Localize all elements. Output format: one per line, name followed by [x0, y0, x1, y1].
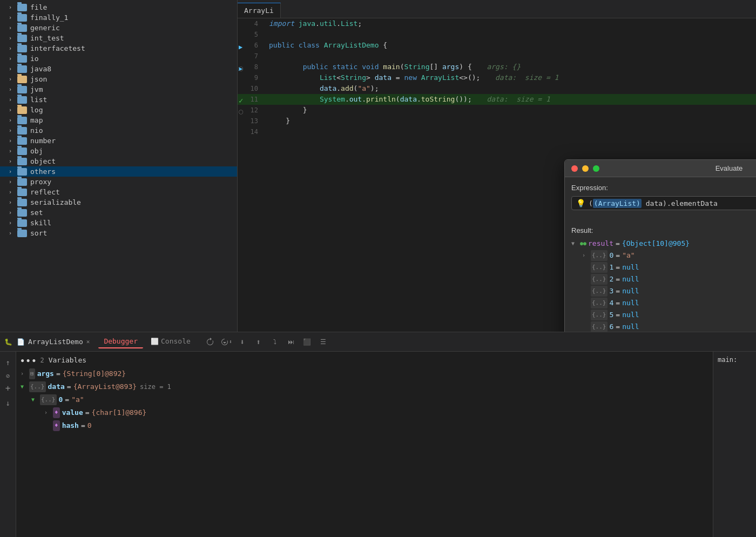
var-val-data: {ArrayList@893} [73, 381, 137, 392]
step-into-button[interactable]: ⬇ [235, 334, 250, 350]
chevron-icon: › [9, 220, 17, 226]
sidebar-item-serializable[interactable]: › serializable [0, 197, 237, 207]
chevron-icon: › [9, 107, 17, 113]
brace-icon: {..} [591, 274, 608, 285]
tab-console[interactable]: ⬜ Console [145, 335, 196, 348]
result-equals: = [616, 238, 620, 249]
line-gutter-14: 14 [238, 126, 265, 137]
editor-tab-bar: ArrayLi [238, 0, 756, 18]
maximize-button[interactable] [593, 165, 599, 172]
chevron-icon: › [9, 117, 17, 123]
breakpoint-8[interactable]: ○ [239, 63, 243, 73]
code-line-7: 7 [238, 51, 756, 62]
thread-header: ● ● ● 2 Variables [21, 356, 708, 364]
folder-icon [17, 55, 27, 63]
sidebar-item-sort[interactable]: › sort [0, 228, 237, 238]
sidebar-item-skill[interactable]: › skill [0, 218, 237, 228]
sidebar-item-json[interactable]: › json [0, 74, 237, 84]
folder-icon [17, 86, 27, 93]
chevron-icon: › [9, 189, 17, 195]
code-line-13: 13 } [238, 116, 756, 126]
line-gutter-7: 7 [238, 51, 265, 62]
evaluate-button[interactable]: ⬛ [300, 334, 315, 350]
sidebar-item-set[interactable]: › set [0, 207, 237, 218]
step-over-button[interactable]: ⬇ [219, 334, 234, 350]
result-val-6: null [622, 321, 639, 332]
folder-icon [17, 147, 27, 155]
line-gutter-11: ✓ 11 [238, 94, 265, 105]
close-button[interactable] [571, 165, 578, 172]
tag-icon-value: ♦ [53, 407, 60, 418]
bottom-panel-inner: ↑ ⊘ + ↓ ● ● ● 2 Variables › ⊞ args = {S [0, 352, 756, 537]
nav-up-button[interactable]: ↑ [3, 356, 12, 369]
sidebar-item-generic[interactable]: › generic [0, 23, 237, 33]
sidebar-item-label: skill [30, 219, 51, 227]
run-to-cursor-button[interactable]: ⤵ [267, 334, 282, 350]
sidebar-item-map[interactable]: › map [0, 115, 237, 125]
restart-button[interactable] [202, 334, 218, 350]
type-icon-data: {..} [29, 381, 46, 392]
chevron-right-icon[interactable]: › [582, 250, 591, 261]
sidebar-item-label: sort [30, 229, 47, 237]
result-row-6: {..} 6 = null [571, 321, 756, 332]
expression-input[interactable]: ((ArrayList) data).elementData [589, 199, 756, 207]
settings-button[interactable]: ☰ [316, 334, 331, 350]
sidebar-item-list[interactable]: › list [0, 95, 237, 105]
debug-tab-close[interactable]: ✕ [86, 338, 90, 345]
tab-debugger[interactable]: Debugger [98, 335, 143, 348]
sidebar-item-log[interactable]: › log [0, 105, 237, 115]
chevron-right-icon[interactable]: › [21, 368, 29, 379]
sidebar-item-interfacetest[interactable]: › interfacetest [0, 43, 237, 53]
folder-icon [17, 35, 27, 42]
sidebar-item-label: jvm [30, 85, 43, 93]
skip-button[interactable]: ⏭ [284, 334, 299, 350]
chevron-icon: › [9, 97, 17, 103]
chevron-right-icon[interactable]: › [44, 407, 53, 418]
debug-tab-title: 📄 ArrayListDemo ✕ [17, 338, 90, 346]
step-out-button[interactable]: ⬆ [251, 334, 266, 350]
result-val-5: null [622, 310, 639, 320]
sidebar-item-proxy[interactable]: › proxy [0, 177, 237, 187]
evaluate-header: Evaluate [565, 160, 756, 177]
chevron-icon: › [9, 86, 17, 92]
sidebar-item-object[interactable]: › object [0, 156, 237, 166]
sidebar-item-others[interactable]: › others [0, 166, 237, 177]
line-content-13: } [265, 116, 756, 126]
editor-tab-arraylistdemo[interactable]: ArrayLi [238, 3, 281, 18]
folder-icon [17, 127, 27, 135]
sidebar-item-label: number [30, 137, 56, 145]
sidebar-item-number[interactable]: › number [0, 136, 237, 146]
nav-down-button[interactable]: ↓ [3, 397, 12, 410]
chevron-down-icon[interactable]: ▼ [31, 394, 40, 405]
filter-button[interactable]: ⊘ [4, 371, 12, 381]
result-row-3: {..} 3 = null [571, 285, 756, 297]
folder-icon [17, 117, 27, 124]
sidebar-item-finally1[interactable]: › finally_1 [0, 12, 237, 23]
minimize-button[interactable] [582, 165, 589, 172]
folder-icon [17, 76, 27, 83]
code-line-8: ▶ ○ 8 public static void main(String[] a… [238, 62, 756, 72]
chevron-icon: › [9, 25, 17, 31]
sidebar-item-obj[interactable]: › obj [0, 146, 237, 156]
bottom-panel: 🐛 📄 ArrayListDemo ✕ Debugger ⬜ Console ⬇… [0, 332, 756, 537]
sidebar-item-java8[interactable]: › java8 [0, 64, 237, 74]
debug-icon: 🐛 [4, 338, 12, 346]
breakpoint-11[interactable]: ✓ [239, 95, 243, 106]
var-name-value: value [62, 407, 83, 418]
sidebar-item-jvm[interactable]: › jvm [0, 84, 237, 95]
sidebar-item-nio[interactable]: › nio [0, 125, 237, 136]
add-variable-button[interactable]: + [3, 382, 13, 394]
sidebar-item-reflect[interactable]: › reflect [0, 187, 237, 197]
debug-toolbar: ⬇ ⬇ ⬆ ⤵ ⏭ ⬛ ☰ [202, 334, 331, 350]
debug-tab-name: ArrayListDemo [28, 338, 83, 346]
breakpoint-12[interactable]: ○ [239, 106, 243, 117]
sidebar-item-int-test[interactable]: › int_test [0, 33, 237, 43]
var-val-0: "a" [71, 394, 84, 405]
chevron-down-icon[interactable]: ▼ [21, 381, 29, 392]
chevron-down-icon[interactable]: ▼ [571, 238, 580, 249]
sidebar-item-file[interactable]: › file [0, 2, 237, 12]
folder-icon [17, 158, 27, 165]
sidebar-item-io[interactable]: › io [0, 53, 237, 64]
evaluate-title: Evaluate [604, 164, 756, 172]
result-key-3: 3 [610, 286, 614, 297]
